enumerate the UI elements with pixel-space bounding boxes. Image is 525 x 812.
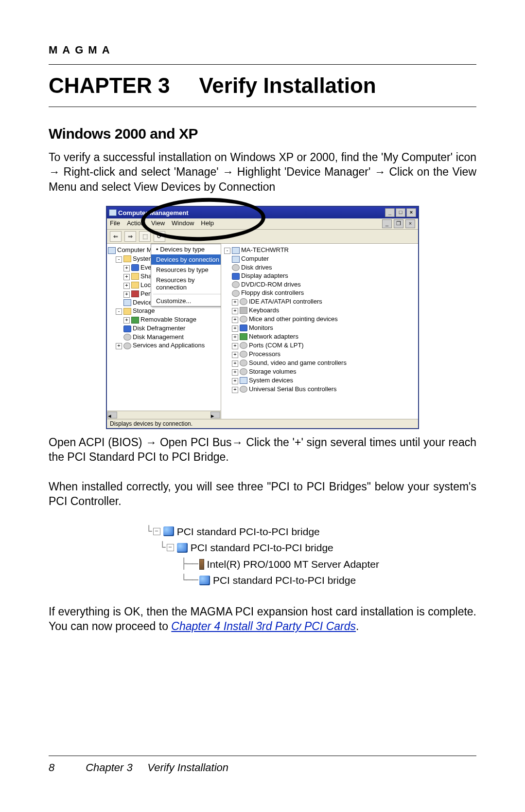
up-button[interactable]: ⬚	[139, 231, 151, 242]
pci-bridge-2[interactable]: └−PCI standard PCI-to-PCI bridge	[146, 540, 379, 556]
status-bar: Displays devices by connection.	[107, 419, 418, 428]
device-item[interactable]: +Processors	[224, 350, 415, 359]
device-item[interactable]: DVD/CD-ROM drives	[224, 280, 415, 289]
paragraph-1: To verify a successful installation on W…	[49, 150, 476, 194]
page-footer: 8 Chapter 3 Verify Installation	[49, 761, 228, 774]
menubar: File Action View Window Help _ ❐ ×	[107, 218, 418, 230]
title-rule	[49, 107, 476, 107]
tree-services[interactable]: +Services and Applications	[108, 341, 220, 350]
device-item[interactable]: +Sound, video and game controllers	[224, 359, 415, 367]
menu-file[interactable]: File	[110, 219, 120, 228]
child-restore-button[interactable]: ❐	[394, 219, 403, 228]
device-item[interactable]: Computer	[224, 254, 415, 263]
brand-header: MAGMA	[49, 44, 476, 56]
child-minimize-button[interactable]: _	[382, 219, 392, 228]
menu-help[interactable]: Help	[201, 219, 214, 228]
child-close-button[interactable]: ×	[405, 219, 415, 228]
app-icon	[109, 209, 117, 216]
device-item[interactable]: +Network adapters	[224, 332, 415, 341]
chapter-4-link[interactable]: Chapter 4 Install 3rd Party PCI Cards	[171, 620, 356, 632]
minimize-button[interactable]: _	[385, 208, 395, 217]
scroll-left-button[interactable]: ◂	[107, 412, 117, 418]
pci-icon	[177, 543, 188, 553]
scroll-right-button[interactable]: ▸	[210, 412, 220, 418]
device-item[interactable]: +IDE ATA/ATAPI controllers	[224, 297, 415, 306]
view-dropdown-menu: Devices by type Devices by connection Re…	[151, 244, 221, 307]
chapter-title-text: Verify Installation	[199, 73, 376, 97]
right-tree-pane: -MA-TECHWRTR Computer Disk drives Displa…	[221, 244, 418, 419]
device-item[interactable]: Disk drives	[224, 263, 415, 272]
device-item[interactable]: +Ports (COM & LPT)	[224, 341, 415, 350]
device-item[interactable]: +Keyboards	[224, 306, 415, 315]
footer-chapter: Chapter 3	[86, 761, 133, 774]
device-host[interactable]: -MA-TECHWRTR	[224, 246, 415, 254]
device-item[interactable]: +Storage volumes	[224, 367, 415, 376]
pci-bridge-3[interactable]: └──PCI standard PCI-to-PCI bridge	[146, 572, 379, 589]
paragraph-4: If everything is OK, then the MAGMA PCI …	[49, 604, 476, 634]
menu-item-resources-by-type[interactable]: Resources by type	[151, 265, 221, 275]
device-item[interactable]: +Mice and other pointing devices	[224, 315, 415, 324]
back-button[interactable]: ⇐	[110, 231, 122, 242]
maximize-button[interactable]: □	[396, 208, 405, 217]
toolbar: ⇐ ⇒ ⬚ ⟳	[107, 230, 418, 244]
window-body: Devices by type Devices by connection Re…	[107, 244, 418, 419]
pci-bridge-1[interactable]: └−PCI standard PCI-to-PCI bridge	[146, 523, 379, 540]
top-rule	[49, 64, 476, 65]
paragraph-3: When installed correctly, you will see t…	[49, 479, 476, 509]
pci-icon	[163, 526, 174, 536]
chapter-label: CHAPTER 3	[49, 73, 170, 97]
window-titlebar: Computer Management _ □ ×	[107, 207, 418, 218]
menu-item-customize[interactable]: Customize...	[151, 296, 221, 306]
menu-action[interactable]: Action	[127, 219, 144, 228]
tree-disk-management[interactable]: Disk Management	[108, 333, 220, 342]
tree-removable-storage[interactable]: +Removable Storage	[108, 315, 220, 324]
nic-icon	[199, 559, 204, 570]
footer-title: Verify Installation	[147, 761, 228, 774]
menu-item-resources-by-connection[interactable]: Resources by connection	[151, 275, 221, 292]
menu-window[interactable]: Window	[172, 219, 194, 228]
pci-icon	[199, 576, 210, 585]
menu-item-devices-by-connection[interactable]: Devices by connection	[151, 254, 221, 265]
footer-rule	[49, 756, 476, 756]
device-item[interactable]: +Universal Serial Bus controllers	[224, 385, 415, 394]
device-item[interactable]: +System devices	[224, 376, 415, 385]
intel-nic[interactable]: ├──Intel(R) PRO/1000 MT Server Adapter	[146, 556, 379, 573]
tree-disk-defragmenter[interactable]: Disk Defragmenter	[108, 324, 220, 333]
device-item[interactable]: Floppy disk controllers	[224, 289, 415, 297]
left-pane-scrollbar[interactable]: ◂ ▸	[107, 411, 221, 419]
device-item[interactable]: +Monitors	[224, 324, 415, 332]
screenshot-computer-management: Computer Management _ □ × File Action Vi…	[106, 206, 419, 429]
forward-button[interactable]: ⇒	[124, 231, 136, 242]
refresh-button[interactable]: ⟳	[154, 231, 165, 242]
page-number: 8	[49, 761, 83, 774]
window-title: Computer Management	[118, 209, 188, 217]
paragraph-2: Open ACPI (BIOS) → Open PCI Bus→ Click t…	[49, 435, 476, 465]
tree-storage[interactable]: -Storage	[108, 307, 220, 315]
chapter-heading: CHAPTER 3Verify Installation	[49, 73, 476, 98]
device-item[interactable]: Display adapters	[224, 271, 415, 280]
left-tree-pane: Devices by type Devices by connection Re…	[107, 244, 221, 419]
menu-view[interactable]: View	[151, 219, 165, 228]
screenshot-pci-tree: └−PCI standard PCI-to-PCI bridge └−PCI s…	[146, 523, 379, 589]
section-heading: Windows 2000 and XP	[49, 126, 476, 142]
document-page: MAGMA CHAPTER 3Verify Installation Windo…	[0, 0, 525, 812]
close-button[interactable]: ×	[406, 208, 416, 217]
menu-item-devices-by-type[interactable]: Devices by type	[151, 244, 221, 254]
